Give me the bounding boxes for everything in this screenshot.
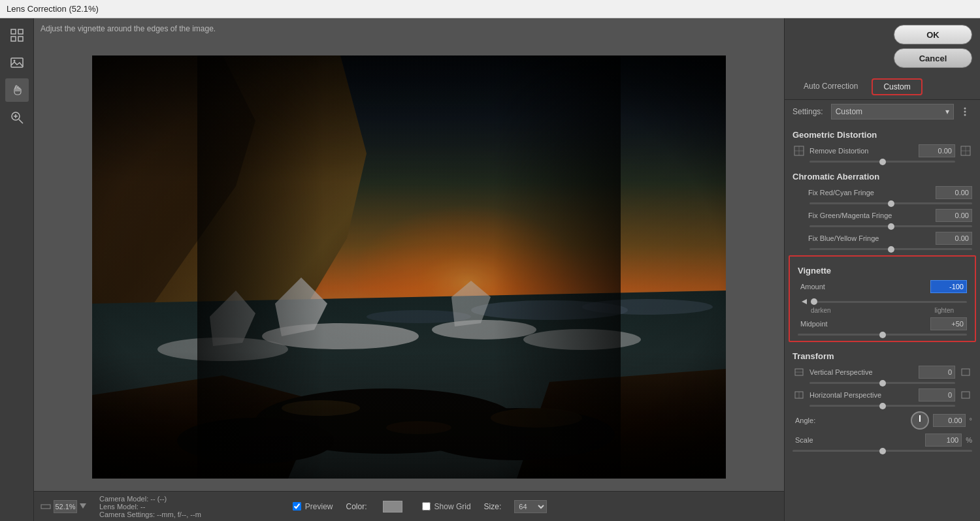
show-grid-checkbox[interactable] [422, 502, 431, 511]
title-bar: Lens Correction (52.1%) [0, 0, 980, 18]
vignette-amount-slider[interactable] [811, 301, 967, 303]
lens-model: Lens Model: -- [99, 503, 201, 511]
settings-dropdown[interactable]: Custom ▾ [831, 104, 954, 119]
vertical-perspective-label: Vertical Perspective [809, 368, 915, 376]
image-tool-button[interactable] [5, 51, 29, 74]
fix-blue-yellow-input[interactable] [936, 232, 972, 245]
svg-rect-4 [11, 58, 23, 67]
angle-row: Angle: ° [785, 409, 980, 432]
svg-marker-43 [80, 503, 86, 509]
canvas-area: Adjust the vignette around the edges of … [34, 18, 784, 521]
camera-settings: Camera Settings: --mm, f/--, --m [99, 511, 201, 518]
camera-info: Camera Model: -- (--) Lens Model: -- Cam… [99, 495, 201, 518]
svg-rect-1 [18, 29, 23, 34]
horizontal-perspective-label: Horizontal Perspective [809, 391, 915, 399]
horizontal-perspective-row: Horizontal Perspective [785, 387, 980, 403]
zoom-dropdown-icon[interactable] [80, 503, 86, 510]
vignette-midpoint-input[interactable] [930, 317, 967, 330]
svg-rect-59 [962, 392, 970, 398]
color-swatch[interactable] [383, 501, 402, 513]
preview-checkbox[interactable] [293, 502, 301, 511]
remove-distortion-input[interactable] [919, 144, 955, 157]
vignette-lighten-label: lighten [935, 307, 954, 314]
size-label: Size: [484, 502, 502, 511]
preview-label: Preview [305, 502, 333, 511]
tab-row: Auto Correction Custom [785, 74, 980, 100]
fix-green-magenta-slider-container [785, 224, 980, 230]
image-container [34, 39, 784, 491]
scale-row: Scale % [785, 432, 980, 449]
instruction-text: Adjust the vignette around the edges of … [41, 24, 216, 33]
angle-dial-line [919, 415, 921, 422]
distortion-right-icon [959, 146, 972, 156]
zoom-value[interactable]: 52.1% [54, 500, 77, 513]
angle-dial[interactable] [911, 411, 929, 430]
main-layout: Adjust the vignette around the edges of … [0, 18, 980, 521]
remove-distortion-row: Remove Distortion [785, 142, 980, 159]
tab-custom[interactable]: Custom [872, 78, 922, 95]
vignette-midpoint-row: Midpoint [790, 315, 975, 332]
horizontal-perspective-slider-container [785, 403, 980, 409]
svg-rect-3 [18, 37, 23, 41]
zoom-out-icon [41, 501, 51, 512]
fix-green-magenta-row: Fix Green/Magenta Fringe [785, 207, 980, 224]
vignette-amount-slider-wrapper: darken lighten [790, 295, 975, 315]
svg-marker-53 [802, 299, 807, 304]
vignette-midpoint-slider[interactable] [798, 334, 967, 336]
scale-slider-container [785, 449, 980, 454]
camera-model: Camera Model: -- (--) [99, 495, 201, 503]
vertical-perspective-slider[interactable] [809, 382, 955, 384]
ok-button[interactable]: OK [894, 25, 972, 44]
title-text: Lens Correction (52.1%) [7, 4, 99, 14]
angle-input[interactable] [933, 414, 966, 427]
fix-green-magenta-input[interactable] [936, 209, 972, 222]
vertical-perspective-slider-container [785, 381, 980, 387]
showgrid-group: Show Grid [422, 502, 471, 511]
horizontal-perspective-input[interactable] [919, 388, 955, 402]
status-bar: 52.1% Camera Model: -- (--) Lens Model: … [34, 491, 784, 521]
fix-red-cyan-slider[interactable] [809, 202, 972, 204]
cancel-button[interactable]: Cancel [894, 48, 972, 68]
distortion-grid-icon [792, 146, 806, 156]
tab-auto-correction[interactable]: Auto Correction [792, 78, 869, 95]
vignette-header: Vignette [790, 259, 975, 278]
size-select[interactable]: 64 128 [514, 500, 547, 513]
settings-menu-btn[interactable] [958, 104, 972, 119]
scale-input[interactable] [925, 434, 962, 447]
svg-point-45 [964, 111, 966, 113]
fix-green-magenta-label: Fix Green/Magenta Fringe [792, 212, 932, 219]
zoom-tool-button[interactable] [5, 106, 29, 129]
angle-label: Angle: [792, 417, 907, 424]
scale-slider[interactable] [792, 450, 972, 452]
remove-distortion-slider[interactable] [809, 161, 955, 163]
vertical-perspective-input[interactable] [919, 366, 955, 379]
vignette-darken-label: darken [811, 307, 831, 314]
zoom-control: 52.1% [41, 500, 86, 513]
preview-group: Preview [293, 502, 333, 511]
fix-blue-yellow-label: Fix Blue/Yellow Fringe [792, 234, 932, 242]
settings-value: Custom [836, 107, 862, 116]
grid-tool-button[interactable] [5, 24, 29, 47]
svg-point-46 [964, 114, 966, 116]
fix-red-cyan-row: Fix Red/Cyan Fringe [785, 184, 980, 201]
svg-rect-41 [197, 55, 621, 479]
fix-blue-yellow-slider[interactable] [809, 248, 972, 250]
left-toolbar [0, 18, 34, 521]
fix-red-cyan-input[interactable] [936, 186, 972, 199]
fix-blue-yellow-row: Fix Blue/Yellow Fringe [785, 230, 980, 247]
remove-distortion-slider-container [785, 159, 980, 165]
horizontal-perspective-slider[interactable] [809, 405, 955, 407]
fix-green-magenta-slider[interactable] [809, 225, 972, 227]
dropdown-arrow: ▾ [945, 107, 949, 116]
chromatic-aberration-header: Chromatic Aberration [785, 165, 980, 184]
hand-tool-button[interactable] [5, 78, 29, 102]
fix-blue-yellow-slider-container [785, 247, 980, 253]
panel-scroll: Geometric Distortion Remove Distortion [785, 123, 980, 521]
instruction-bar: Adjust the vignette around the edges of … [34, 18, 784, 39]
vignette-amount-input[interactable] [930, 280, 967, 293]
vertical-perspective-row: Vertical Perspective [785, 364, 980, 381]
svg-line-7 [19, 119, 23, 123]
remove-distortion-label: Remove Distortion [809, 147, 915, 155]
scale-label: Scale [792, 436, 921, 444]
panel-buttons: OK Cancel [785, 18, 980, 74]
